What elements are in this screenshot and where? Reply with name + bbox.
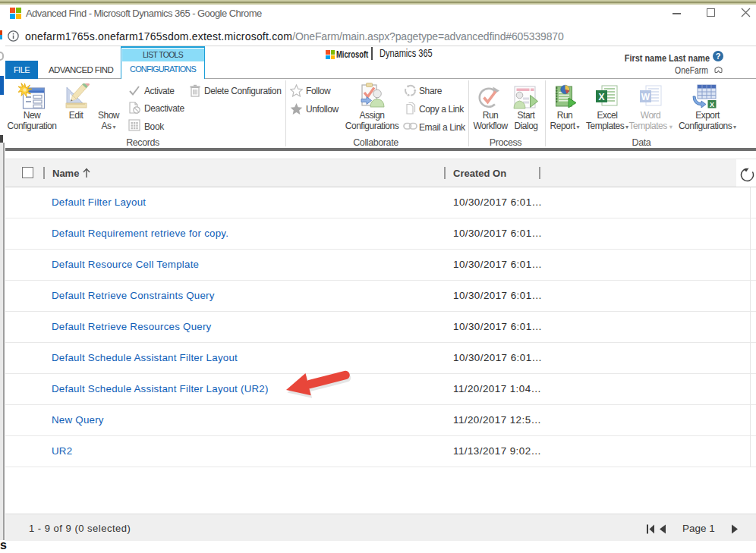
svg-text:X: X [710,101,714,108]
svg-text:X: X [598,92,604,102]
svg-text:W: W [641,92,650,102]
